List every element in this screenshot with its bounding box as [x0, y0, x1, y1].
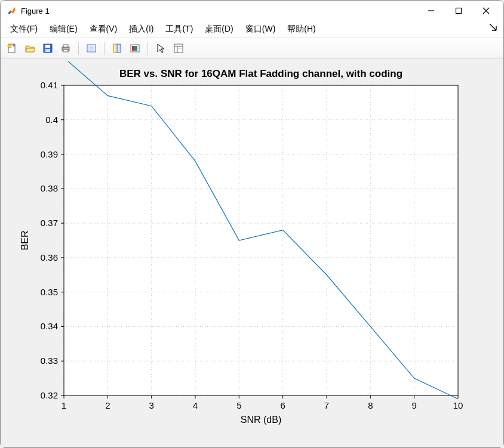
y-tick-label: 0.36	[41, 252, 58, 262]
chart-title: BER vs. SNR for 16QAM Flat Fadding chann…	[119, 68, 402, 79]
y-tick-label: 0.38	[41, 183, 58, 193]
menu-file[interactable]: 文件(F)	[4, 23, 44, 36]
x-tick-label: 6	[280, 400, 285, 410]
dock-arrow-icon[interactable]	[489, 23, 497, 32]
menu-edit[interactable]: 编辑(E)	[44, 23, 84, 36]
toolbar-separator	[78, 42, 79, 55]
svg-rect-9	[45, 49, 50, 52]
x-tick-label: 2	[105, 400, 110, 410]
y-tick-label: 0.35	[41, 287, 58, 297]
svg-rect-8	[45, 45, 50, 48]
svg-rect-16	[117, 44, 121, 52]
toolbar-separator	[147, 42, 148, 55]
y-tick-label: 0.33	[41, 356, 58, 366]
plot-svg: 123456789100.320.330.340.350.360.370.380…	[4, 61, 499, 441]
x-tick-label: 5	[236, 400, 241, 410]
x-tick-label: 10	[453, 400, 463, 410]
save-button[interactable]	[40, 41, 56, 56]
svg-rect-25	[64, 85, 458, 396]
y-axis-label: BER	[20, 231, 30, 251]
menu-help[interactable]: 帮助(H)	[281, 23, 321, 36]
new-figure-button[interactable]	[4, 41, 20, 56]
toolbar-separator	[104, 42, 105, 55]
figure-window: Figure 1 文件(F) 编辑(E) 查看(V) 插入(I) 工具(T) 桌…	[0, 0, 504, 448]
insert-colorbar-button[interactable]	[127, 41, 143, 56]
x-tick-label: 9	[411, 400, 416, 410]
svg-rect-11	[63, 45, 68, 47]
pointer-button[interactable]	[153, 41, 168, 56]
property-inspector-button[interactable]	[171, 41, 186, 56]
titlebar: Figure 1	[1, 1, 503, 21]
svg-point-6	[8, 44, 11, 48]
svg-rect-14	[88, 46, 94, 51]
svg-rect-2	[456, 8, 462, 14]
window-controls	[417, 2, 500, 20]
minimize-button[interactable]	[417, 2, 445, 20]
y-tick-label: 0.41	[41, 80, 58, 90]
menu-desktop[interactable]: 桌面(D)	[199, 23, 239, 36]
svg-rect-24	[178, 48, 182, 49]
open-button[interactable]	[22, 41, 38, 56]
toolbar	[1, 38, 503, 59]
x-tick-label: 1	[62, 400, 66, 410]
x-tick-label: 7	[324, 400, 329, 410]
y-tick-label: 0.34	[41, 321, 58, 331]
x-tick-label: 4	[193, 400, 198, 410]
figure-canvas[interactable]: 123456789100.320.330.340.350.360.370.380…	[1, 59, 503, 447]
y-tick-label: 0.39	[41, 149, 58, 159]
x-tick-label: 3	[149, 400, 153, 410]
matlab-icon	[7, 5, 17, 16]
menubar: 文件(F) 编辑(E) 查看(V) 插入(I) 工具(T) 桌面(D) 窗口(W…	[1, 21, 503, 38]
print-button[interactable]	[58, 41, 73, 56]
menu-tools[interactable]: 工具(T)	[159, 23, 199, 36]
svg-rect-20	[136, 46, 137, 51]
axes[interactable]: 123456789100.320.330.340.350.360.370.380…	[4, 61, 500, 444]
menu-insert[interactable]: 插入(I)	[123, 23, 159, 36]
svg-rect-0	[7, 5, 17, 16]
svg-rect-18	[132, 46, 134, 51]
x-axis-label: SNR (dB)	[241, 415, 281, 425]
menu-window[interactable]: 窗口(W)	[239, 23, 282, 36]
menu-view[interactable]: 查看(V)	[84, 23, 124, 36]
maximize-button[interactable]	[445, 2, 472, 20]
svg-rect-12	[63, 50, 68, 52]
window-title: Figure 1	[21, 7, 417, 16]
y-tick-label: 0.37	[41, 218, 58, 228]
close-button[interactable]	[472, 2, 500, 20]
y-tick-label: 0.4	[45, 115, 58, 125]
y-tick-label: 0.32	[41, 390, 58, 400]
x-tick-label: 8	[368, 400, 373, 410]
edit-plot-button[interactable]	[84, 41, 99, 56]
link-axes-button[interactable]	[109, 41, 125, 56]
svg-rect-19	[134, 46, 136, 51]
